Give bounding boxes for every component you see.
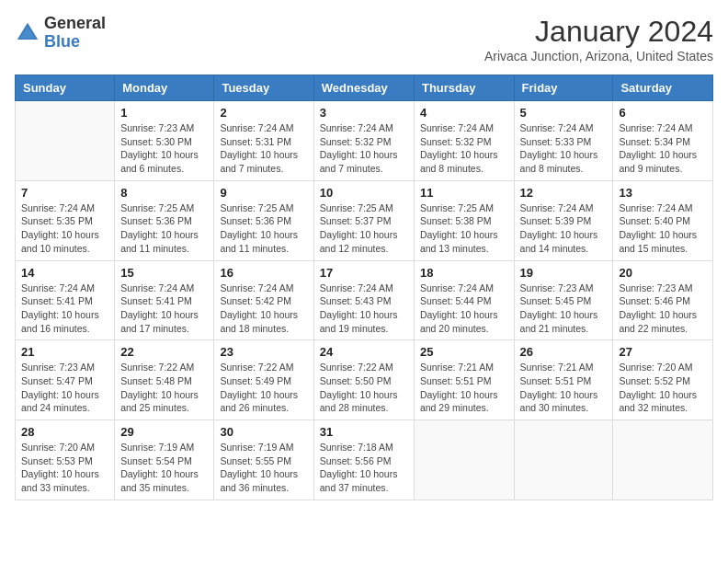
day-info: Sunrise: 7:24 AM Sunset: 5:35 PM Dayligh… <box>21 201 108 256</box>
calendar-cell: 14Sunrise: 7:24 AM Sunset: 5:41 PM Dayli… <box>16 260 115 340</box>
calendar-header-sunday: Sunday <box>16 75 115 101</box>
day-number: 12 <box>520 186 608 200</box>
day-info: Sunrise: 7:25 AM Sunset: 5:36 PM Dayligh… <box>220 201 307 256</box>
day-number: 17 <box>320 266 408 280</box>
day-number: 29 <box>120 425 208 439</box>
day-number: 24 <box>320 345 408 359</box>
day-info: Sunrise: 7:22 AM Sunset: 5:48 PM Dayligh… <box>120 361 208 415</box>
day-number: 11 <box>420 186 508 200</box>
logo-icon <box>15 20 40 46</box>
day-info: Sunrise: 7:24 AM Sunset: 5:40 PM Dayligh… <box>619 201 707 256</box>
calendar-header-friday: Friday <box>514 75 613 101</box>
calendar-week-row: 1Sunrise: 7:23 AM Sunset: 5:30 PM Daylig… <box>16 101 713 181</box>
calendar-header-wednesday: Wednesday <box>313 75 414 101</box>
calendar-cell: 15Sunrise: 7:24 AM Sunset: 5:41 PM Dayli… <box>115 260 214 340</box>
logo-general: General <box>44 14 106 32</box>
day-number: 27 <box>619 345 707 359</box>
day-info: Sunrise: 7:24 AM Sunset: 5:33 PM Dayligh… <box>520 121 608 176</box>
day-info: Sunrise: 7:24 AM Sunset: 5:34 PM Dayligh… <box>619 121 707 176</box>
calendar-cell: 30Sunrise: 7:19 AM Sunset: 5:55 PM Dayli… <box>214 420 313 500</box>
day-info: Sunrise: 7:23 AM Sunset: 5:45 PM Dayligh… <box>520 282 608 336</box>
day-number: 25 <box>420 345 508 359</box>
day-number: 31 <box>320 425 408 439</box>
calendar-cell: 13Sunrise: 7:24 AM Sunset: 5:40 PM Dayli… <box>613 180 713 260</box>
day-info: Sunrise: 7:20 AM Sunset: 5:53 PM Dayligh… <box>21 441 108 495</box>
day-info: Sunrise: 7:24 AM Sunset: 5:42 PM Dayligh… <box>220 282 307 336</box>
day-info: Sunrise: 7:18 AM Sunset: 5:56 PM Dayligh… <box>320 441 408 495</box>
calendar-week-row: 28Sunrise: 7:20 AM Sunset: 5:53 PM Dayli… <box>16 420 713 500</box>
logo: General Blue <box>15 15 106 52</box>
title-block: January 2024 Arivaca Junction, Arizona, … <box>484 15 713 63</box>
day-info: Sunrise: 7:24 AM Sunset: 5:39 PM Dayligh… <box>520 201 608 256</box>
day-number: 1 <box>120 106 208 120</box>
calendar-cell: 16Sunrise: 7:24 AM Sunset: 5:42 PM Dayli… <box>214 260 313 340</box>
calendar-table: SundayMondayTuesdayWednesdayThursdayFrid… <box>15 75 713 500</box>
day-number: 15 <box>120 266 208 280</box>
day-number: 19 <box>520 266 608 280</box>
day-info: Sunrise: 7:20 AM Sunset: 5:52 PM Dayligh… <box>619 361 707 415</box>
logo-text: General Blue <box>44 15 106 52</box>
day-info: Sunrise: 7:25 AM Sunset: 5:38 PM Dayligh… <box>420 201 508 256</box>
calendar-cell <box>514 420 613 500</box>
calendar-cell: 17Sunrise: 7:24 AM Sunset: 5:43 PM Dayli… <box>313 260 414 340</box>
day-info: Sunrise: 7:25 AM Sunset: 5:36 PM Dayligh… <box>120 201 208 256</box>
calendar-cell: 2Sunrise: 7:24 AM Sunset: 5:31 PM Daylig… <box>214 101 313 181</box>
day-info: Sunrise: 7:24 AM Sunset: 5:41 PM Dayligh… <box>21 282 108 336</box>
calendar-header-saturday: Saturday <box>613 75 713 101</box>
day-info: Sunrise: 7:24 AM Sunset: 5:43 PM Dayligh… <box>320 282 408 336</box>
day-info: Sunrise: 7:25 AM Sunset: 5:37 PM Dayligh… <box>320 201 408 256</box>
calendar-cell <box>613 420 713 500</box>
calendar-cell: 8Sunrise: 7:25 AM Sunset: 5:36 PM Daylig… <box>115 180 214 260</box>
location: Arivaca Junction, Arizona, United States <box>484 49 713 63</box>
day-number: 6 <box>619 106 707 120</box>
day-number: 2 <box>220 106 307 120</box>
day-number: 30 <box>220 425 307 439</box>
day-number: 8 <box>120 186 208 200</box>
calendar-cell: 26Sunrise: 7:21 AM Sunset: 5:51 PM Dayli… <box>514 340 613 420</box>
day-info: Sunrise: 7:22 AM Sunset: 5:49 PM Dayligh… <box>220 361 307 415</box>
day-number: 22 <box>120 345 208 359</box>
calendar-week-row: 7Sunrise: 7:24 AM Sunset: 5:35 PM Daylig… <box>16 180 713 260</box>
calendar-cell: 28Sunrise: 7:20 AM Sunset: 5:53 PM Dayli… <box>16 420 115 500</box>
day-number: 28 <box>21 425 108 439</box>
calendar-cell: 7Sunrise: 7:24 AM Sunset: 5:35 PM Daylig… <box>16 180 115 260</box>
day-info: Sunrise: 7:24 AM Sunset: 5:32 PM Dayligh… <box>320 121 408 176</box>
calendar-week-row: 21Sunrise: 7:23 AM Sunset: 5:47 PM Dayli… <box>16 340 713 420</box>
day-info: Sunrise: 7:23 AM Sunset: 5:30 PM Dayligh… <box>120 121 208 176</box>
day-info: Sunrise: 7:21 AM Sunset: 5:51 PM Dayligh… <box>420 361 508 415</box>
calendar-cell: 23Sunrise: 7:22 AM Sunset: 5:49 PM Dayli… <box>214 340 313 420</box>
calendar-cell: 6Sunrise: 7:24 AM Sunset: 5:34 PM Daylig… <box>613 101 713 181</box>
logo-blue: Blue <box>44 32 80 51</box>
calendar-cell: 25Sunrise: 7:21 AM Sunset: 5:51 PM Dayli… <box>414 340 514 420</box>
calendar-week-row: 14Sunrise: 7:24 AM Sunset: 5:41 PM Dayli… <box>16 260 713 340</box>
calendar-header-tuesday: Tuesday <box>214 75 313 101</box>
day-info: Sunrise: 7:19 AM Sunset: 5:54 PM Dayligh… <box>120 441 208 495</box>
day-info: Sunrise: 7:24 AM Sunset: 5:31 PM Dayligh… <box>220 121 307 176</box>
day-info: Sunrise: 7:24 AM Sunset: 5:32 PM Dayligh… <box>420 121 508 176</box>
calendar-cell: 19Sunrise: 7:23 AM Sunset: 5:45 PM Dayli… <box>514 260 613 340</box>
calendar-cell: 10Sunrise: 7:25 AM Sunset: 5:37 PM Dayli… <box>313 180 414 260</box>
calendar-cell <box>414 420 514 500</box>
calendar-cell: 4Sunrise: 7:24 AM Sunset: 5:32 PM Daylig… <box>414 101 514 181</box>
day-number: 4 <box>420 106 508 120</box>
calendar-cell: 24Sunrise: 7:22 AM Sunset: 5:50 PM Dayli… <box>313 340 414 420</box>
day-number: 9 <box>220 186 307 200</box>
day-number: 16 <box>220 266 307 280</box>
day-number: 18 <box>420 266 508 280</box>
calendar-header-monday: Monday <box>115 75 214 101</box>
day-info: Sunrise: 7:23 AM Sunset: 5:47 PM Dayligh… <box>21 361 108 415</box>
day-number: 23 <box>220 345 307 359</box>
calendar-cell: 27Sunrise: 7:20 AM Sunset: 5:52 PM Dayli… <box>613 340 713 420</box>
calendar-cell: 29Sunrise: 7:19 AM Sunset: 5:54 PM Dayli… <box>115 420 214 500</box>
calendar-header-row: SundayMondayTuesdayWednesdayThursdayFrid… <box>16 75 713 101</box>
calendar-cell: 11Sunrise: 7:25 AM Sunset: 5:38 PM Dayli… <box>414 180 514 260</box>
month-title: January 2024 <box>484 15 713 49</box>
calendar-cell: 5Sunrise: 7:24 AM Sunset: 5:33 PM Daylig… <box>514 101 613 181</box>
day-number: 21 <box>21 345 108 359</box>
day-info: Sunrise: 7:23 AM Sunset: 5:46 PM Dayligh… <box>619 282 707 336</box>
calendar-cell: 31Sunrise: 7:18 AM Sunset: 5:56 PM Dayli… <box>313 420 414 500</box>
day-info: Sunrise: 7:19 AM Sunset: 5:55 PM Dayligh… <box>220 441 307 495</box>
calendar-cell: 20Sunrise: 7:23 AM Sunset: 5:46 PM Dayli… <box>613 260 713 340</box>
day-number: 10 <box>320 186 408 200</box>
calendar-cell: 9Sunrise: 7:25 AM Sunset: 5:36 PM Daylig… <box>214 180 313 260</box>
